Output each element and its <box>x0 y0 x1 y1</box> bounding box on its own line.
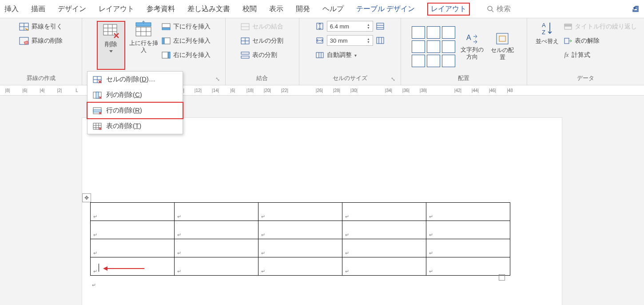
split-cells-label: セルの分割 <box>252 37 283 45</box>
autofit-button[interactable]: 自動調整 ▾ <box>315 49 385 61</box>
table-resize-handle[interactable] <box>499 274 505 281</box>
delete-rows-icon <box>93 107 102 114</box>
table-cell[interactable]: ↵ <box>175 221 258 239</box>
draw-border-icon <box>19 23 29 31</box>
page[interactable]: ✥ ↵↵↵↵↵↵↵↵↵↵↵↵↵↵↵↵↵↵↵↵ ↵ <box>82 118 562 305</box>
repeat-header-button[interactable]: タイトル行の繰り返し <box>564 21 637 32</box>
table-cell[interactable]: ↵ <box>342 239 426 257</box>
tab-references[interactable]: 参考資料 <box>147 4 175 14</box>
table-move-handle[interactable]: ✥ <box>82 193 91 202</box>
insert-col-right-button[interactable]: 右に列を挿入 <box>162 49 211 61</box>
distribute-cols-icon[interactable] <box>376 36 385 44</box>
align-top-left[interactable] <box>412 26 425 39</box>
table-cell[interactable]: ↵ <box>258 203 342 221</box>
formula-button[interactable]: fx 計算式 <box>564 49 637 61</box>
align-bot-right[interactable] <box>442 55 455 67</box>
delete-cells-menuitem[interactable]: セルの削除(D)… <box>87 72 183 87</box>
table-cell[interactable]: ↵ <box>91 239 175 257</box>
tab-mailings[interactable]: 差し込み文書 <box>187 4 230 14</box>
table-cell[interactable]: ↵ <box>426 257 510 276</box>
table-cell[interactable]: ↵ <box>91 203 175 221</box>
group-alignment: A 文字列の方向 セルの配置 配置 <box>401 18 527 85</box>
align-mid-right[interactable] <box>442 40 455 53</box>
table-cell[interactable]: ↵ <box>258 257 342 276</box>
split-table-label: 表の分割 <box>252 51 277 59</box>
dialog-launcher-icon[interactable]: ⤡ <box>391 76 395 82</box>
distribute-rows-icon[interactable] <box>376 22 385 30</box>
table-cell[interactable]: ↵ <box>258 221 342 239</box>
dialog-launcher-icon[interactable]: ⤡ <box>215 76 220 82</box>
delete-table-menuitem[interactable]: 表の削除(T) <box>87 118 183 134</box>
split-table-button[interactable]: 表の分割 <box>241 49 283 61</box>
tab-design[interactable]: デザイン <box>58 4 86 14</box>
split-table-icon <box>241 52 250 59</box>
table-cell[interactable]: ↵ <box>426 203 510 221</box>
convert-to-text-button[interactable]: 表の解除 <box>564 35 637 47</box>
stepper-icon[interactable]: ▲▼ <box>367 37 370 44</box>
tab-view[interactable]: 表示 <box>269 4 283 14</box>
table-cell[interactable]: ↵ <box>175 257 258 276</box>
svg-rect-47 <box>564 26 572 29</box>
tab-developer[interactable]: 開発 <box>296 4 310 14</box>
insert-right-icon <box>162 52 171 59</box>
merge-cells-button[interactable]: セルの結合 <box>241 21 283 32</box>
share-button[interactable] <box>632 5 640 13</box>
table-row[interactable]: ↵↵↵↵↵ <box>91 257 510 276</box>
insert-below-icon <box>162 23 171 30</box>
align-top-right[interactable] <box>442 26 455 39</box>
search-label: 検索 <box>497 4 511 14</box>
delete-split-button[interactable]: 削除 <box>97 21 125 70</box>
table-cell[interactable]: ↵ <box>342 221 426 239</box>
paragraph-mark: ↵ <box>92 282 96 288</box>
delete-rows-menuitem[interactable]: 行の削除(R) <box>87 102 183 119</box>
table-cell[interactable]: ↵ <box>342 257 426 276</box>
tab-review[interactable]: 校閲 <box>242 4 257 14</box>
erase-border-button[interactable]: 罫線の削除 <box>19 35 63 47</box>
group-label-alignment: 配置 <box>405 72 523 84</box>
search-box[interactable]: 検索 <box>487 4 511 14</box>
align-mid-center[interactable] <box>427 40 440 53</box>
convert-icon <box>564 38 572 44</box>
align-bot-center[interactable] <box>427 55 440 67</box>
delete-columns-menuitem[interactable]: 列の削除(C) <box>87 87 183 103</box>
insert-row-above-button[interactable]: 上に行を挿入 <box>129 21 158 53</box>
table-row[interactable]: ↵↵↵↵↵ <box>91 203 510 221</box>
row-height-input[interactable]: 6.4 mm▲▼ <box>327 21 373 32</box>
repeat-header-label: タイトル行の繰り返し <box>575 23 637 31</box>
svg-rect-22 <box>168 52 170 58</box>
cell-margins-button[interactable]: セルの配置 <box>489 32 516 60</box>
svg-rect-46 <box>564 24 572 26</box>
table-cell[interactable]: ↵ <box>91 221 175 239</box>
table-cell[interactable]: ↵ <box>258 239 342 257</box>
insert-col-left-button[interactable]: 左に列を挿入 <box>162 35 211 47</box>
table-row[interactable]: ↵↵↵↵↵ <box>91 239 510 257</box>
text-direction-button[interactable]: A 文字列の方向 <box>459 33 485 60</box>
split-cells-button[interactable]: セルの分割 <box>241 35 283 47</box>
delete-cells-icon <box>93 76 102 83</box>
tab-help[interactable]: ヘルプ <box>322 4 344 14</box>
table-cell[interactable]: ↵ <box>342 203 426 221</box>
table-cell[interactable]: ↵ <box>175 239 258 257</box>
eraser-icon <box>19 37 29 45</box>
tab-layout[interactable]: レイアウト <box>99 4 134 14</box>
align-mid-left[interactable] <box>412 40 425 53</box>
insert-row-below-button[interactable]: 下に行を挿入 <box>162 21 211 32</box>
group-cell-size: 6.4 mm▲▼ 30 mm▲▼ 自動調整 ▾ セルのサイズ⤡ <box>299 18 401 85</box>
stepper-icon[interactable]: ▲▼ <box>367 23 370 29</box>
table-row[interactable]: ↵↵↵↵↵ <box>91 221 510 239</box>
align-bot-left[interactable] <box>412 55 425 67</box>
table-cell[interactable]: ↵ <box>175 203 258 221</box>
table-cell[interactable]: ↵ <box>426 239 510 257</box>
draw-border-button[interactable]: 罫線を引く <box>19 21 63 32</box>
tab-table-design[interactable]: テーブル デザイン <box>356 4 415 14</box>
svg-text:A: A <box>466 34 471 41</box>
svg-rect-6 <box>24 41 28 44</box>
tab-insert[interactable]: 挿入 <box>4 4 19 14</box>
document-table[interactable]: ↵↵↵↵↵↵↵↵↵↵↵↵↵↵↵↵↵↵↵↵ <box>90 202 510 276</box>
tab-table-layout[interactable]: レイアウト <box>427 3 470 16</box>
table-cell[interactable]: ↵ <box>426 221 510 239</box>
tab-draw[interactable]: 描画 <box>31 4 45 14</box>
align-top-center[interactable] <box>427 26 440 39</box>
col-width-input[interactable]: 30 mm▲▼ <box>327 35 373 46</box>
sort-button[interactable]: AZ 並べ替え <box>534 21 561 45</box>
